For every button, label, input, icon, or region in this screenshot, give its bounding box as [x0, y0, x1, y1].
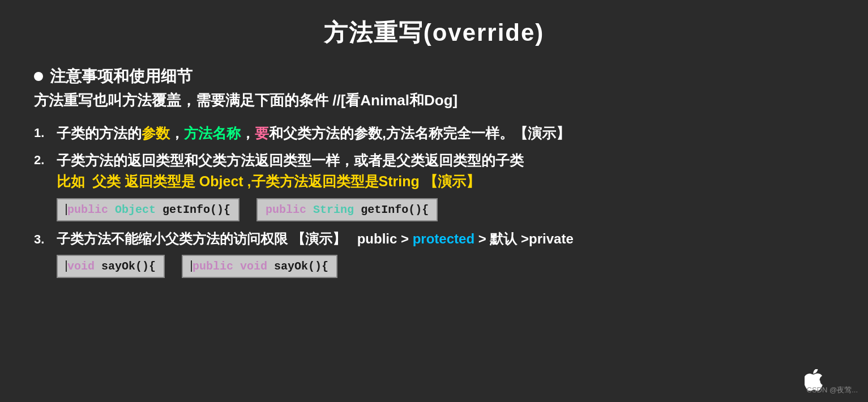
code-box-object: public Object getInfo(){	[57, 198, 240, 221]
highlight-methodname: 方法名称	[184, 125, 241, 141]
list-num-3: 3.	[34, 229, 57, 249]
kw-object: Object	[115, 203, 156, 216]
kw-void-1: void	[67, 260, 95, 273]
list-num-1: 1.	[34, 123, 57, 142]
kw-void-2: void	[240, 260, 267, 273]
list-item-1: 1. 子类的方法的参数，方法名称，要和父类方法的参数,方法名称完全一样。【演示】	[34, 123, 834, 143]
kw-string: String	[313, 203, 354, 216]
kw-public-3: public	[193, 260, 233, 273]
highlight-yao: 要	[255, 125, 269, 141]
code-box-string: public String getInfo(){	[256, 198, 438, 221]
bullet-header: 注意事项和使用细节	[34, 66, 834, 87]
code-box-public-void: public void sayOk(){	[182, 255, 337, 278]
cursor-1	[66, 204, 67, 215]
list-item-3: 3. 子类方法不能缩小父类方法的访问权限 【演示】 public > prote…	[34, 229, 834, 249]
bullet-header-text: 注意事项和使用细节	[50, 66, 193, 87]
cursor-2	[66, 260, 67, 272]
main-list: 1. 子类的方法的参数，方法名称，要和父类方法的参数,方法名称完全一样。【演示】…	[34, 123, 834, 191]
code-row-2: void sayOk(){ public void sayOk(){	[57, 255, 834, 278]
protected-label: protected	[413, 231, 474, 246]
code-row-1: public Object getInfo(){ public String g…	[57, 198, 834, 221]
slide-title: 方法重写(override)	[34, 17, 834, 49]
bibi-label: 比如	[57, 173, 85, 189]
list-num-2: 2.	[34, 150, 57, 169]
bibi-line: 比如 父类 返回类型是 Object ,子类方法返回类型是String 【演示】	[57, 173, 480, 189]
bullet-dot-icon	[34, 72, 43, 81]
watermark: CSDN @夜莺...	[807, 385, 858, 395]
list-item-2: 2. 子类方法的返回类型和父类方法返回类型一样，或者是父类返回类型的子类 比如 …	[34, 150, 834, 191]
cursor-3	[191, 260, 192, 272]
list-content-3: 子类方法不能缩小父类方法的访问权限 【演示】 public > protecte…	[57, 229, 834, 249]
code-box-void-plain: void sayOk(){	[57, 255, 165, 278]
list-content-2: 子类方法的返回类型和父类方法返回类型一样，或者是父类返回类型的子类 比如 父类 …	[57, 150, 834, 191]
subtitle-text: 方法重写也叫方法覆盖，需要满足下面的条件 //[看Animal和Dog]	[34, 92, 457, 109]
public-label: public	[357, 231, 397, 246]
list-item-3-wrapper: 3. 子类方法不能缩小父类方法的访问权限 【演示】 public > prote…	[34, 229, 834, 249]
list-content-1: 子类的方法的参数，方法名称，要和父类方法的参数,方法名称完全一样。【演示】	[57, 123, 834, 143]
slide-container: 方法重写(override) 注意事项和使用细节 方法重写也叫方法覆盖，需要满足…	[0, 0, 868, 402]
kw-public-1: public	[67, 203, 108, 216]
kw-public-2: public	[266, 203, 306, 216]
highlight-params: 参数	[142, 125, 170, 141]
subtitle-line: 方法重写也叫方法覆盖，需要满足下面的条件 //[看Animal和Dog]	[34, 91, 834, 110]
